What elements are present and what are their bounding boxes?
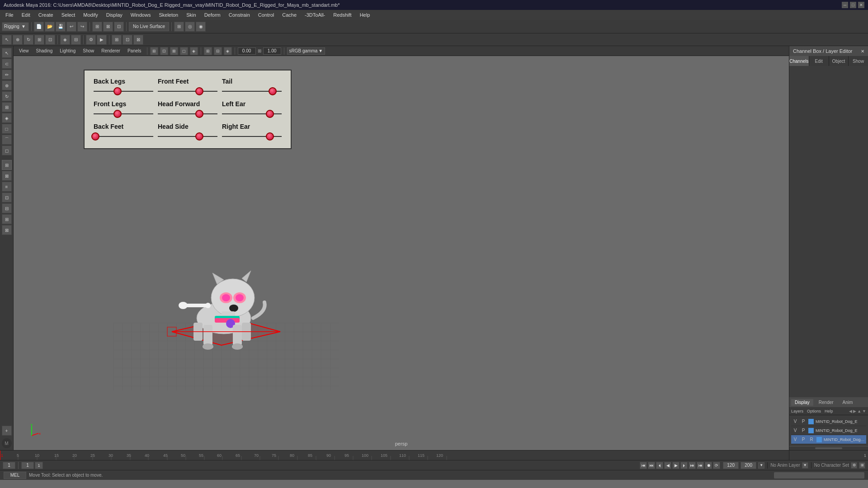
cp-slider-head-side[interactable] (158, 132, 217, 141)
transport-loop[interactable]: ⟳ (713, 462, 720, 469)
cp-handle-left-ear[interactable] (266, 110, 274, 118)
channel-box-button[interactable]: ⊠ (133, 35, 143, 45)
layer-arrow-right[interactable]: ▶ (853, 409, 856, 413)
vp-value2[interactable] (263, 47, 281, 55)
menu-constrain[interactable]: Constrain (225, 11, 254, 19)
symmetry-button[interactable]: ⊟ (71, 35, 81, 45)
frame-type-btn[interactable]: ▼ (758, 462, 764, 469)
cp-slider-back-legs[interactable] (94, 87, 153, 96)
undo-button[interactable]: ↩ (66, 22, 76, 32)
redo-button[interactable]: ↪ (77, 22, 87, 32)
menu-skeleton[interactable]: Skeleton (155, 11, 182, 19)
layer-scroll-thumb[interactable] (815, 447, 842, 449)
frame-start-input[interactable] (21, 462, 34, 469)
lp-tab-display[interactable]: Display (791, 399, 813, 406)
open-file-button[interactable]: 📂 (45, 22, 55, 32)
vp-btn-grid[interactable]: ⊞ (204, 47, 212, 55)
vp-btn-5[interactable]: ◈ (190, 47, 198, 55)
cp-handle-back-feet[interactable] (91, 132, 99, 141)
extra-lt-2[interactable]: ⊠ (2, 171, 12, 181)
cp-slider-right-ear[interactable] (222, 132, 282, 141)
cp-slider-front-legs[interactable] (94, 109, 153, 118)
vp-gamma[interactable]: sRGB gamma ▼ (287, 47, 326, 55)
transport-to-end[interactable]: ⏮ (697, 462, 704, 469)
vp-menu-renderer[interactable]: Renderer (99, 47, 123, 54)
menu-edit[interactable]: Edit (18, 11, 34, 19)
frame-total-input[interactable] (741, 462, 756, 469)
timeline-numbers[interactable]: 1 5 10 15 20 25 30 35 40 45 50 55 60 (0, 450, 789, 460)
frame-end-input[interactable] (723, 462, 739, 469)
menu-help[interactable]: Help (356, 11, 374, 19)
select-tool-lt[interactable]: ↖ (2, 48, 12, 58)
history-button[interactable]: ⊞ (112, 35, 122, 45)
vp-menu-lighting[interactable]: Lighting (57, 47, 78, 54)
layer-subtab-layers[interactable]: Layers (791, 409, 803, 413)
extra-lt-5[interactable]: ⊟ (2, 203, 12, 213)
minimize-button[interactable]: ─ (842, 2, 848, 8)
layer-subtab-options[interactable]: Options (807, 409, 821, 413)
render-settings-button[interactable]: ⚙ (86, 35, 96, 45)
menu-select[interactable]: Select (58, 11, 79, 19)
vp-menu-show[interactable]: Show (80, 47, 97, 54)
menu-windows[interactable]: Windows (127, 11, 155, 19)
cp-slider-left-ear[interactable] (222, 109, 282, 118)
transport-prev-key[interactable]: ⏭ (648, 462, 655, 469)
extra-lt-6[interactable]: ⊞ (2, 214, 12, 224)
move-lt[interactable]: ⊕ (2, 80, 12, 90)
char-set-btn[interactable]: ⚙ (851, 462, 857, 469)
transport-play-back[interactable]: ◀ (664, 462, 671, 469)
camera-lt[interactable]: □ (2, 124, 12, 134)
menu-deform[interactable]: Deform (201, 11, 224, 19)
extra-lt-3[interactable]: ≡ (2, 182, 12, 192)
lasso-lt[interactable]: ⊂ (2, 59, 12, 69)
cp-handle-front-legs[interactable] (113, 110, 122, 118)
snap-curve-button[interactable]: ◎ (185, 22, 195, 32)
save-file-button[interactable]: 💾 (56, 22, 66, 32)
transport-step-fwd[interactable]: ⏵ (680, 462, 688, 469)
cp-handle-right-ear[interactable] (266, 132, 274, 141)
menu-modify[interactable]: Modify (80, 11, 101, 19)
cb-tab-channels[interactable]: Channels (789, 56, 809, 66)
menu-redshift[interactable]: Redshift (330, 11, 355, 19)
layer-row-2[interactable]: V P MINTID_Robot_Dog_E (791, 426, 866, 435)
vp-menu-panels[interactable]: Panels (125, 47, 144, 54)
menu-skin[interactable]: Skin (183, 11, 199, 19)
transport-step-back[interactable]: ⏴ (656, 462, 663, 469)
menu-3dtoall[interactable]: -3DToAll- (301, 11, 329, 19)
lp-tab-render[interactable]: Render (815, 399, 837, 406)
snap-point-button[interactable]: ◉ (196, 22, 206, 32)
soft-select-button[interactable]: ◈ (60, 35, 70, 45)
cb-tab-show[interactable]: Show (849, 56, 868, 66)
cp-handle-head-forward[interactable] (195, 110, 203, 118)
cp-slider-front-feet[interactable] (158, 87, 217, 96)
cp-slider-back-feet[interactable] (94, 132, 153, 141)
extra-lt-4[interactable]: ⊡ (2, 192, 12, 202)
cb-tab-edit[interactable]: Edit (809, 56, 829, 66)
layer-row-1[interactable]: V P MINTID_Robot_Dog_E (791, 417, 866, 426)
show-manip-button[interactable]: ⊡ (45, 35, 55, 45)
vp-btn-wire[interactable]: ⊟ (214, 47, 222, 55)
cp-handle-front-feet[interactable] (195, 87, 203, 95)
vp-btn-2[interactable]: ⊡ (160, 47, 168, 55)
menu-control[interactable]: Control (255, 11, 278, 19)
vp-btn-4[interactable]: ◻ (180, 47, 188, 55)
char-set-btn2[interactable]: ⊞ (859, 462, 865, 469)
menu-create[interactable]: Create (35, 11, 57, 19)
channel-box-close-icon[interactable]: ✕ (861, 49, 864, 54)
menu-cache[interactable]: Cache (278, 11, 300, 19)
vp-value1[interactable] (238, 47, 256, 55)
extra-lt-1[interactable]: ⊞ (2, 160, 12, 170)
layer-arrow-down[interactable]: ▼ (862, 409, 866, 413)
cp-handle-back-legs[interactable] (113, 87, 122, 95)
menu-display[interactable]: Display (103, 11, 126, 19)
close-button[interactable]: ✕ (858, 2, 864, 8)
script-button[interactable]: ⊡ (123, 35, 132, 45)
rotate-lt[interactable]: ↻ (2, 91, 12, 101)
cb-tab-object[interactable]: Object (829, 56, 849, 66)
cp-handle-head-side[interactable] (195, 132, 203, 141)
cp-slider-tail[interactable] (222, 87, 282, 96)
transport-play-fwd[interactable]: ▶ (672, 462, 679, 469)
layer-subtab-help[interactable]: Help (825, 409, 833, 413)
curve-lt[interactable]: ⌒ (2, 135, 12, 145)
maximize-button[interactable]: □ (850, 2, 856, 8)
